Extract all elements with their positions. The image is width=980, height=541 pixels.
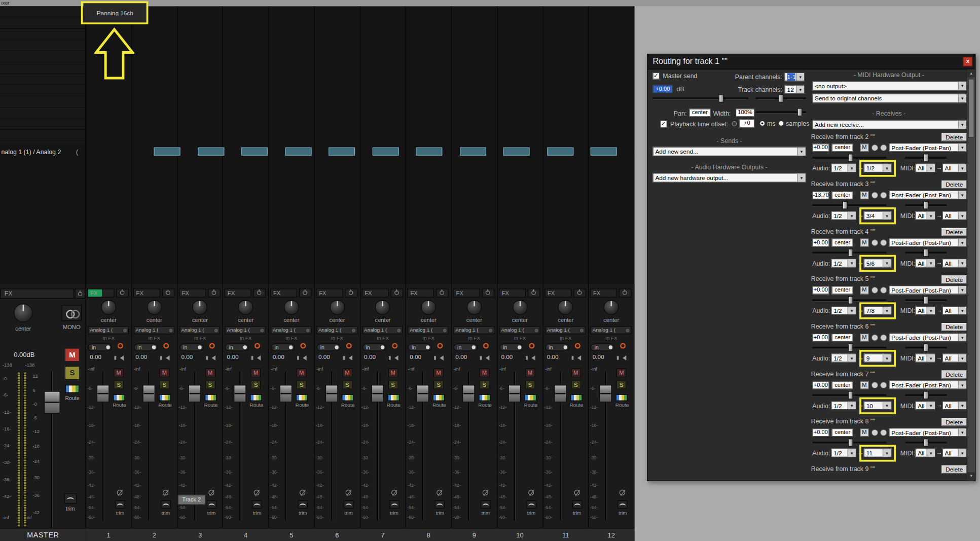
solo-button[interactable]: S [571, 380, 581, 389]
slider-thumb[interactable] [848, 439, 853, 447]
scroll-down-icon[interactable]: ▼ [967, 472, 975, 480]
slider-thumb[interactable] [923, 201, 928, 209]
mute-button[interactable]: M [433, 369, 444, 377]
scroll-up-icon[interactable]: ▲ [967, 69, 975, 78]
receive-midi-button[interactable] [880, 334, 887, 341]
pan-knob[interactable] [193, 300, 208, 315]
receive-mode-select[interactable]: Post-Fader (Post-Pan)▼ [889, 428, 967, 437]
input-select[interactable]: Analog 1 ( [499, 326, 540, 334]
mono-button[interactable] [61, 305, 82, 321]
solo-button[interactable]: S [297, 380, 307, 389]
pan-knob[interactable] [375, 300, 390, 315]
receive-midi-source-select[interactable]: All▼ [915, 259, 935, 267]
slider-thumb[interactable] [848, 391, 853, 399]
receive-phase-button[interactable] [872, 382, 879, 389]
trim-icon[interactable] [481, 500, 491, 509]
fx-button[interactable]: FX [270, 288, 297, 297]
slider-thumb[interactable] [923, 248, 928, 257]
mute-button[interactable]: M [388, 369, 398, 377]
master-fx-button[interactable]: FX [0, 288, 74, 299]
volume-fader[interactable] [188, 385, 201, 402]
receive-source-channel-select[interactable]: 1/2▼ [831, 401, 856, 410]
track-item-bar[interactable] [634, 148, 635, 156]
receive-mode-select[interactable]: Post-Fader (Post-Pan)▼ [889, 191, 967, 199]
master-volume-fader[interactable] [44, 391, 60, 413]
track-number[interactable]: 1 [86, 528, 132, 541]
slider-thumb[interactable] [848, 296, 853, 304]
midi-channel-select[interactable]: Send to original channels▼ [812, 94, 967, 103]
receive-volume-field[interactable]: +0.00 [812, 428, 829, 437]
monitor-toggle[interactable]: in [499, 344, 523, 351]
trim-icon[interactable] [435, 500, 445, 509]
record-arm-button[interactable] [118, 343, 123, 348]
monitor-toggle[interactable]: in [271, 344, 295, 351]
close-button[interactable]: x [963, 57, 973, 66]
master-fx-power-button[interactable] [75, 288, 85, 299]
trim-icon[interactable] [618, 500, 628, 509]
fx-button[interactable]: FX [499, 288, 526, 297]
delete-receive-button[interactable]: Delete [941, 371, 967, 379]
volume-fader[interactable] [97, 385, 110, 402]
receive-midi-destination-select[interactable]: All▼ [942, 259, 967, 267]
input-fx-button[interactable] [214, 328, 219, 333]
input-select[interactable]: Analog 1 ( [408, 326, 448, 334]
receive-pan-field[interactable]: center [832, 191, 853, 199]
fx-button[interactable]: FX [453, 288, 480, 297]
receive-source-channel-select[interactable]: 1/2▼ [831, 211, 856, 220]
route-icon[interactable] [387, 394, 400, 401]
master-send-checkbox[interactable]: ✓ [652, 73, 660, 80]
fx-button[interactable]: FX [87, 288, 114, 297]
receive-mode-select[interactable]: Post-Fader (Post-Pan)▼ [889, 143, 967, 152]
track-item-bar[interactable] [372, 148, 398, 156]
fx-button[interactable]: FX [179, 288, 206, 297]
solo-button[interactable]: S [205, 380, 215, 389]
receive-destination-channel-select[interactable]: 9▼ [864, 353, 892, 362]
route-icon[interactable] [296, 394, 308, 401]
receive-pan-field[interactable]: center [832, 143, 853, 152]
delete-receive-button[interactable]: Delete [941, 228, 967, 236]
input-select[interactable]: Analog 1 ( [134, 326, 174, 334]
delete-receive-button[interactable]: Delete [941, 275, 967, 283]
phase-button[interactable] [254, 490, 260, 495]
receive-destination-channel-select[interactable]: 1/2▼ [864, 164, 892, 172]
volume-fader[interactable] [462, 385, 475, 402]
mute-button[interactable]: M [479, 369, 489, 377]
phase-button[interactable] [528, 490, 534, 495]
track-number[interactable]: 8 [406, 528, 452, 541]
mute-button[interactable]: M [571, 369, 581, 377]
route-icon[interactable] [616, 394, 628, 401]
record-arm-button[interactable] [620, 343, 626, 348]
receive-midi-destination-select[interactable]: All▼ [942, 211, 967, 220]
fx-power-button[interactable] [299, 288, 312, 297]
receive-midi-destination-select[interactable]: All▼ [942, 164, 967, 172]
pan-knob[interactable] [513, 300, 528, 315]
trim-icon[interactable] [298, 500, 308, 509]
trim-icon[interactable] [64, 493, 77, 503]
receive-source-channel-select[interactable]: 1/2▼ [831, 449, 856, 457]
fx-power-button[interactable] [436, 288, 449, 297]
route-icon[interactable] [524, 394, 536, 401]
track-number[interactable]: 9 [451, 528, 497, 541]
master-mute-button[interactable]: M [65, 348, 80, 362]
receive-volume-field[interactable]: +0.00 [812, 381, 829, 389]
mute-button[interactable]: M [251, 369, 261, 377]
route-icon[interactable] [342, 394, 354, 401]
track-item-bar[interactable] [198, 148, 224, 156]
receive-phase-button[interactable] [872, 239, 879, 246]
trim-icon[interactable] [572, 500, 582, 509]
receive-midi-button[interactable] [880, 239, 887, 246]
pan-knob[interactable] [330, 300, 345, 315]
solo-button[interactable]: S [388, 380, 398, 389]
mute-button[interactable]: M [159, 369, 169, 377]
playback-offset-field[interactable]: +0 [739, 119, 754, 127]
width-value-field[interactable]: 100% [736, 109, 754, 117]
phase-button[interactable] [163, 490, 168, 495]
mute-button[interactable]: M [114, 369, 124, 377]
route-icon[interactable] [433, 394, 445, 401]
volume-fader[interactable] [508, 385, 521, 402]
mute-button[interactable]: M [205, 369, 215, 377]
fx-button[interactable]: FX [590, 288, 617, 297]
track-number[interactable]: 2 [131, 528, 177, 541]
dialog-scrollbar[interactable]: ▲ ▼ [967, 69, 975, 481]
phase-button[interactable] [483, 490, 488, 495]
